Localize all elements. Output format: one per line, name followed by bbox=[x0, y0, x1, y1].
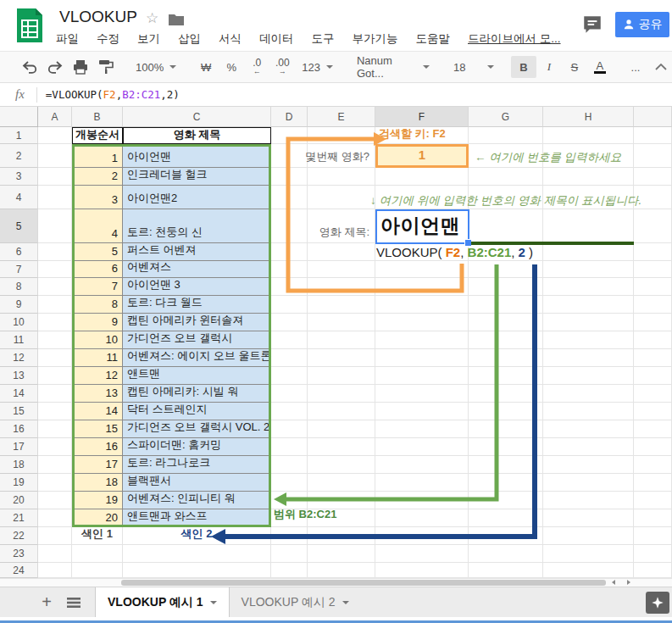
add-sheet-button[interactable]: + bbox=[34, 587, 59, 617]
cell-C24[interactable] bbox=[123, 563, 271, 578]
cell-D17[interactable] bbox=[271, 438, 308, 456]
cell-A23[interactable] bbox=[38, 545, 72, 563]
cell-A8[interactable] bbox=[38, 278, 72, 296]
row-header-10[interactable]: 10 bbox=[0, 314, 38, 331]
cell-G19[interactable] bbox=[469, 474, 543, 492]
cell-D2[interactable] bbox=[271, 144, 308, 168]
cell-H14[interactable] bbox=[543, 385, 634, 403]
cell-A1[interactable] bbox=[38, 127, 72, 144]
col-header-E[interactable]: E bbox=[308, 107, 375, 127]
cell-G12[interactable] bbox=[469, 349, 543, 367]
row-header-20[interactable]: 20 bbox=[0, 492, 38, 509]
cell-F7[interactable] bbox=[375, 261, 469, 278]
cell-B6[interactable]: 5 bbox=[72, 243, 123, 261]
cell-E10[interactable] bbox=[308, 314, 375, 331]
col-header-I[interactable] bbox=[634, 107, 672, 127]
cell-H21[interactable] bbox=[543, 509, 634, 527]
cell-E22[interactable] bbox=[308, 527, 375, 545]
cell-G7[interactable] bbox=[469, 261, 543, 278]
cell-E8[interactable] bbox=[308, 278, 375, 296]
col-header-H[interactable]: H bbox=[543, 107, 634, 127]
cell-B17[interactable]: 16 bbox=[72, 438, 123, 456]
cell-E17[interactable] bbox=[308, 438, 375, 456]
row-header-8[interactable]: 8 bbox=[0, 278, 38, 296]
row-header-22[interactable]: 22 bbox=[0, 527, 38, 545]
cell-G20[interactable] bbox=[469, 492, 543, 509]
cell-F8[interactable] bbox=[375, 278, 469, 296]
cell-A22[interactable] bbox=[38, 527, 72, 545]
cell-F10[interactable] bbox=[375, 314, 469, 331]
cell-B7[interactable]: 6 bbox=[72, 261, 123, 278]
cell-D4[interactable] bbox=[271, 186, 308, 209]
cell-D24[interactable] bbox=[271, 563, 308, 578]
cell-A4[interactable] bbox=[38, 186, 72, 209]
cell-C13[interactable]: 앤트맨 bbox=[123, 367, 271, 385]
cell-D1[interactable] bbox=[271, 127, 308, 144]
cell-F14[interactable] bbox=[375, 385, 469, 403]
row-header-18[interactable]: 18 bbox=[0, 456, 38, 474]
cell-I6[interactable] bbox=[634, 243, 672, 261]
cell-H8[interactable] bbox=[543, 278, 634, 296]
cell-I5[interactable] bbox=[634, 209, 672, 243]
cell-D7[interactable] bbox=[271, 261, 308, 278]
cell-C4[interactable]: 아이언맨2 bbox=[123, 186, 271, 209]
cell-H5[interactable] bbox=[543, 209, 634, 243]
cell-A10[interactable] bbox=[38, 314, 72, 331]
cell-H22[interactable] bbox=[543, 527, 634, 545]
cell-C22[interactable]: 색인 2 bbox=[123, 527, 271, 545]
cell-B13[interactable]: 12 bbox=[72, 367, 123, 385]
cell-I2[interactable] bbox=[634, 144, 672, 168]
cell-I7[interactable] bbox=[634, 261, 672, 278]
cell-D11[interactable] bbox=[271, 331, 308, 349]
cell-A15[interactable] bbox=[38, 403, 72, 420]
cell-I11[interactable] bbox=[634, 331, 672, 349]
row-header-17[interactable]: 17 bbox=[0, 438, 38, 456]
cell-E15[interactable] bbox=[308, 403, 375, 420]
cell-F23[interactable] bbox=[375, 545, 469, 563]
cell-F11[interactable] bbox=[375, 331, 469, 349]
cell-B19[interactable]: 18 bbox=[72, 474, 123, 492]
cell-D18[interactable] bbox=[271, 456, 308, 474]
cell-F22[interactable] bbox=[375, 527, 469, 545]
cell-C10[interactable]: 캡틴 아메리카 윈터솔져 bbox=[123, 314, 271, 331]
cell-I9[interactable] bbox=[634, 296, 672, 314]
cell-H24[interactable] bbox=[543, 563, 634, 578]
cell-I16[interactable] bbox=[634, 420, 672, 438]
cell-D16[interactable] bbox=[271, 420, 308, 438]
cell-B4[interactable]: 3 bbox=[72, 186, 123, 209]
cell-F24[interactable] bbox=[375, 563, 469, 578]
cell-I1[interactable] bbox=[634, 127, 672, 144]
col-header-C[interactable]: C bbox=[123, 107, 271, 127]
cell-G1[interactable] bbox=[469, 127, 543, 144]
cell-I18[interactable] bbox=[634, 456, 672, 474]
cell-I15[interactable] bbox=[634, 403, 672, 420]
row-header-4[interactable]: 4 bbox=[0, 186, 38, 209]
cell-I22[interactable] bbox=[634, 527, 672, 545]
cell-F3[interactable] bbox=[375, 168, 469, 186]
cell-H3[interactable] bbox=[543, 168, 634, 186]
cell-E3[interactable] bbox=[308, 168, 375, 186]
cell-C14[interactable]: 캡틴 아메리카: 시빌 워 bbox=[123, 385, 271, 403]
cell-F1[interactable]: 검색할 키: F2 bbox=[375, 127, 469, 144]
cell-C9[interactable]: 토르: 다크 월드 bbox=[123, 296, 271, 314]
cell-B18[interactable]: 17 bbox=[72, 456, 123, 474]
cell-E13[interactable] bbox=[308, 367, 375, 385]
row-header-21[interactable]: 21 bbox=[0, 509, 38, 527]
cell-F12[interactable] bbox=[375, 349, 469, 367]
cell-H18[interactable] bbox=[543, 456, 634, 474]
cell-E2[interactable]: 몇번째 영화? bbox=[308, 144, 375, 168]
row-header-15[interactable]: 15 bbox=[0, 403, 38, 420]
cell-E12[interactable] bbox=[308, 349, 375, 367]
scrollbar-thumb[interactable] bbox=[121, 580, 606, 586]
cell-C21[interactable]: 앤트맨과 와스프 bbox=[123, 509, 271, 527]
cell-E16[interactable] bbox=[308, 420, 375, 438]
cell-B10[interactable]: 9 bbox=[72, 314, 123, 331]
cell-G21[interactable] bbox=[469, 509, 543, 527]
cell-G23[interactable] bbox=[469, 545, 543, 563]
cell-A9[interactable] bbox=[38, 296, 72, 314]
cell-C7[interactable]: 어벤져스 bbox=[123, 261, 271, 278]
cell-C2[interactable]: 아이언맨 bbox=[123, 144, 271, 168]
grid-corner[interactable] bbox=[0, 107, 38, 127]
cell-F15[interactable] bbox=[375, 403, 469, 420]
cell-H12[interactable] bbox=[543, 349, 634, 367]
